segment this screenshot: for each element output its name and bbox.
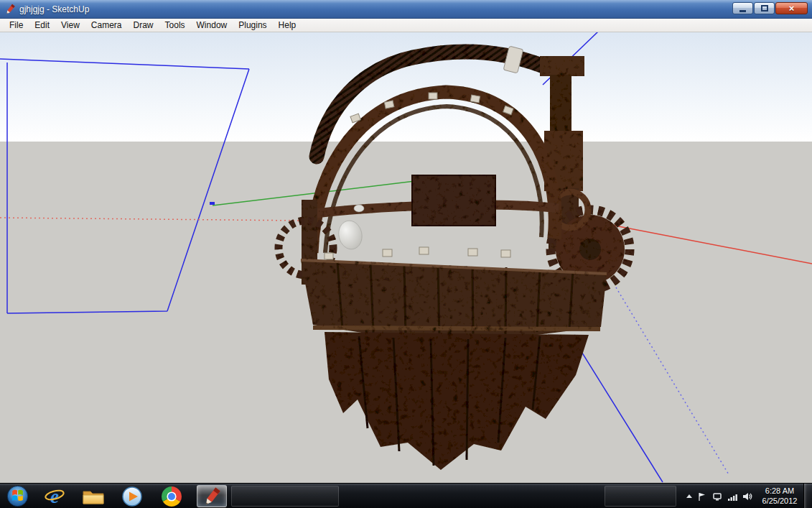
hidden-icons-arrow-icon[interactable]: [686, 494, 692, 498]
3d-viewport[interactable]: [0, 32, 812, 483]
menu-camera[interactable]: Camera: [85, 19, 128, 31]
taskbar-window-button-1[interactable]: [231, 486, 339, 507]
system-tray: 6:28 AM 6/25/2012: [686, 484, 802, 508]
start-button[interactable]: [2, 484, 32, 508]
menu-help[interactable]: Help: [273, 19, 302, 31]
svg-text:e: e: [50, 486, 59, 507]
model-small-blob: [354, 205, 364, 212]
menu-view[interactable]: View: [55, 19, 85, 31]
taskbar-sketchup-button-active[interactable]: [197, 485, 227, 507]
tray-clock[interactable]: 6:28 AM 6/25/2012: [757, 486, 802, 507]
clock-time: 6:28 AM: [757, 486, 802, 497]
sketchup-icon: [202, 486, 222, 507]
taskbar-chrome-button[interactable]: [157, 485, 186, 507]
menu-draw[interactable]: Draw: [128, 19, 159, 31]
windows-media-player-icon: [121, 486, 143, 507]
modeling-canvas[interactable]: [0, 32, 812, 483]
menu-tools[interactable]: Tools: [159, 19, 191, 31]
folder-icon: [82, 487, 105, 506]
show-desktop-button[interactable]: [803, 484, 812, 508]
close-icon: ×: [789, 3, 795, 14]
model-front-plate[interactable]: [412, 175, 495, 226]
signal-bars-icon[interactable]: [727, 491, 737, 502]
axis-marker: [210, 202, 215, 205]
maximize-icon: [761, 5, 768, 11]
volume-speaker-icon[interactable]: [742, 491, 752, 502]
window-titlebar[interactable]: gjhjgjg - SketchUp ×: [0, 0, 812, 19]
minimize-icon: [739, 10, 746, 12]
network-monitor-icon[interactable]: [712, 491, 722, 502]
internet-explorer-icon: e: [44, 486, 65, 507]
windows-start-orb-icon: [6, 484, 29, 508]
menu-bar: File Edit View Camera Draw Tools Window …: [0, 19, 812, 32]
taskbar-window-button-2[interactable]: [605, 486, 676, 507]
minimize-button[interactable]: [732, 2, 753, 14]
menu-file[interactable]: File: [4, 19, 29, 31]
sketchup-pencil-icon: [4, 4, 16, 15]
window-controls: ×: [732, 2, 808, 14]
google-chrome-icon: [161, 486, 182, 507]
menu-edit[interactable]: Edit: [29, 19, 55, 31]
menu-plugins[interactable]: Plugins: [233, 19, 272, 31]
maximize-button[interactable]: [754, 2, 775, 14]
window-title: gjhjgjg - SketchUp: [19, 4, 89, 14]
taskbar-windows-explorer-button[interactable]: [79, 485, 108, 507]
sky-background: [0, 32, 812, 142]
action-center-flag-icon[interactable]: [697, 491, 707, 502]
close-button[interactable]: ×: [775, 2, 808, 14]
taskbar-media-player-button[interactable]: [118, 485, 146, 507]
model-rim-mid: [313, 328, 600, 329]
clock-date: 6/25/2012: [757, 497, 802, 507]
taskbar: e: [0, 483, 812, 508]
taskbar-internet-explorer-button[interactable]: e: [40, 485, 69, 507]
desktop-screen: gjhjgjg - SketchUp × File Edit View Came…: [0, 0, 812, 508]
menu-window[interactable]: Window: [191, 19, 233, 31]
